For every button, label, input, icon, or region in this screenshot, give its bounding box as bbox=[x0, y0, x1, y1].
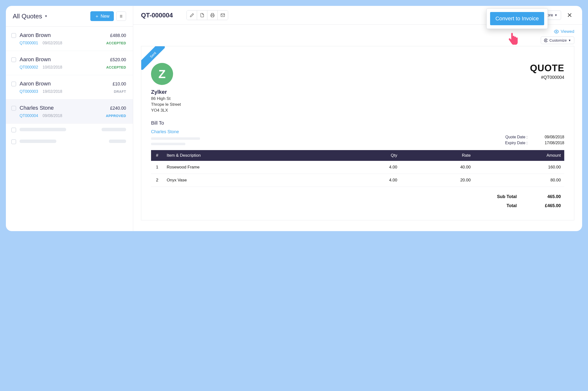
dates-block: Quote Date : 09/08/2018 Expiry Date : 17… bbox=[505, 133, 564, 145]
company-name: Zylker bbox=[151, 89, 181, 95]
quote-reference: QT000001 bbox=[20, 41, 38, 45]
company-address-line: 86 High St bbox=[151, 96, 181, 101]
item-amount: 160.00 bbox=[474, 161, 564, 174]
quote-amount: £520.00 bbox=[110, 57, 126, 62]
row-checkbox[interactable] bbox=[11, 57, 16, 62]
item-description: Rosewood Frame bbox=[163, 161, 337, 174]
quote-list-item[interactable]: Aaron Brown £488.00 QT000001 09/02/2018 … bbox=[6, 27, 133, 51]
pencil-icon bbox=[190, 13, 194, 17]
status-ribbon: Sent bbox=[141, 46, 165, 70]
caret-down-icon: ▼ bbox=[568, 39, 571, 42]
quote-date: 09/02/2018 bbox=[43, 41, 62, 45]
quote-reference: QT000002 bbox=[20, 65, 38, 69]
customer-name: Aaron Brown bbox=[20, 32, 51, 38]
list-menu-button[interactable]: ☰ bbox=[116, 11, 126, 21]
company-address-line: YO4 3LX bbox=[151, 108, 181, 113]
caret-down-icon: ▼ bbox=[45, 14, 48, 18]
svg-point-3 bbox=[545, 40, 546, 41]
row-checkbox[interactable] bbox=[11, 106, 16, 111]
detail-toolbar bbox=[186, 10, 228, 20]
total-label: Total bbox=[506, 203, 517, 208]
row-checkbox[interactable] bbox=[11, 82, 16, 87]
hamburger-icon: ☰ bbox=[120, 14, 123, 18]
col-qty: Qty bbox=[337, 150, 401, 161]
item-amount: 80.00 bbox=[474, 174, 564, 187]
viewed-indicator: Viewed bbox=[141, 29, 574, 34]
item-rate: 40.00 bbox=[401, 161, 474, 174]
totals-block: Sub Total 465.00 Total £465.00 bbox=[151, 192, 564, 210]
bill-to-label: Bill To bbox=[151, 120, 200, 126]
item-number: 2 bbox=[151, 174, 163, 187]
quotes-list-header: All Quotes ▼ ＋ New ☰ bbox=[6, 6, 133, 27]
table-row: 1 Rosewood Frame 4.00 40.00 160.00 bbox=[151, 161, 564, 174]
close-icon: ✕ bbox=[567, 11, 572, 19]
col-number: # bbox=[151, 150, 163, 161]
quote-date-label: Quote Date : bbox=[505, 135, 527, 139]
col-amount: Amount bbox=[474, 150, 564, 161]
item-qty: 4.00 bbox=[337, 161, 401, 174]
quote-list-item[interactable]: Charles Stone £240.00 QT000004 09/08/201… bbox=[6, 99, 133, 124]
customize-button[interactable]: Customize ▼ bbox=[541, 36, 574, 44]
customer-name: Aaron Brown bbox=[20, 81, 51, 87]
quote-reference: QT000004 bbox=[20, 114, 38, 118]
filter-dropdown[interactable]: All Quotes ▼ bbox=[13, 12, 48, 20]
quote-amount: £10.00 bbox=[113, 82, 126, 87]
quote-status: ACCEPTED bbox=[106, 65, 126, 69]
company-address-line: Thrope le Street bbox=[151, 102, 181, 107]
print-button[interactable] bbox=[207, 10, 218, 20]
item-number: 1 bbox=[151, 161, 163, 174]
gear-icon bbox=[544, 38, 548, 42]
svg-rect-0 bbox=[211, 16, 213, 17]
svg-point-2 bbox=[556, 31, 557, 32]
quote-status: APPROVED bbox=[106, 114, 126, 118]
edit-button[interactable] bbox=[187, 10, 197, 20]
eye-icon bbox=[554, 29, 559, 34]
new-quote-button[interactable]: ＋ New bbox=[90, 11, 114, 21]
detail-title: QT-000004 bbox=[141, 11, 173, 19]
table-row: 2 Onyx Vase 4.00 20.00 80.00 bbox=[151, 174, 564, 187]
quote-detail-panel: QT-000004 More ▼ bbox=[133, 6, 582, 231]
quote-list-item[interactable]: Aaron Brown £10.00 QT000003 19/02/2018 D… bbox=[6, 75, 133, 99]
quote-date: 09/08/2018 bbox=[43, 114, 62, 118]
quote-date-value: 09/08/2018 bbox=[537, 135, 564, 139]
convert-label: Convert to Invoice bbox=[496, 15, 539, 21]
detail-body: Viewed Customize ▼ Sent Z Zylker bbox=[133, 25, 582, 231]
list-header-actions: ＋ New ☰ bbox=[90, 11, 126, 21]
quote-reference: QT000003 bbox=[20, 89, 38, 94]
item-rate: 20.00 bbox=[401, 174, 474, 187]
email-button[interactable] bbox=[218, 10, 228, 20]
quote-amount: £240.00 bbox=[110, 106, 126, 111]
ribbon-label: Sent bbox=[141, 46, 165, 70]
expiry-date-label: Expiry Date : bbox=[505, 141, 527, 145]
quote-list-item[interactable]: Aaron Brown £520.00 QT000002 10/02/2018 … bbox=[6, 51, 133, 75]
app-window: All Quotes ▼ ＋ New ☰ Aaron Brown £488.00 bbox=[6, 6, 582, 231]
mail-icon bbox=[221, 13, 225, 17]
quotes-list-panel: All Quotes ▼ ＋ New ☰ Aaron Brown £488.00 bbox=[6, 6, 133, 231]
skeleton-row bbox=[6, 124, 133, 135]
col-rate: Rate bbox=[401, 150, 474, 161]
pdf-button[interactable] bbox=[197, 10, 207, 20]
customer-name: Charles Stone bbox=[20, 105, 54, 111]
total-value: £465.00 bbox=[531, 203, 561, 208]
customer-name: Aaron Brown bbox=[20, 56, 51, 63]
quote-document: Sent Z Zylker 86 High St Thrope le Stree… bbox=[141, 46, 574, 220]
convert-to-invoice-button[interactable]: Convert to Invoice bbox=[490, 12, 544, 25]
printer-icon bbox=[210, 13, 215, 17]
row-checkbox[interactable] bbox=[11, 33, 16, 38]
skeleton-row bbox=[6, 135, 133, 147]
quote-date: 19/02/2018 bbox=[43, 89, 62, 94]
quote-status: DRAFT bbox=[114, 90, 126, 94]
new-button-label: New bbox=[101, 14, 109, 19]
detail-header: QT-000004 More ▼ bbox=[133, 6, 582, 25]
quote-amount: £488.00 bbox=[110, 33, 126, 38]
line-items-table: # Item & Description Qty Rate Amount 1 R… bbox=[151, 150, 564, 187]
document-number: #QT000004 bbox=[530, 75, 564, 80]
quote-date: 10/02/2018 bbox=[43, 65, 62, 69]
col-description: Item & Description bbox=[163, 150, 337, 161]
subtotal-label: Sub Total bbox=[497, 194, 517, 199]
quote-list: Aaron Brown £488.00 QT000001 09/02/2018 … bbox=[6, 27, 133, 147]
caret-down-icon: ▼ bbox=[554, 13, 557, 17]
expiry-date-value: 17/08/2018 bbox=[537, 141, 564, 145]
viewed-label: Viewed bbox=[561, 29, 574, 34]
close-detail-button[interactable]: ✕ bbox=[565, 10, 574, 20]
